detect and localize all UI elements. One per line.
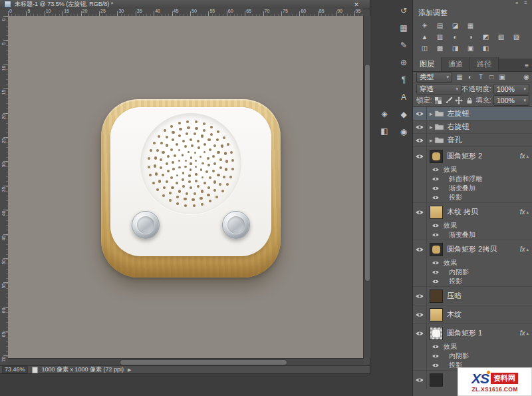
tab-layers[interactable]: 图层 xyxy=(413,57,442,71)
lock-position-icon[interactable] xyxy=(455,97,464,105)
expand-arrow-icon[interactable]: ▸ xyxy=(430,110,433,117)
panel-menu-icon[interactable]: ≡ xyxy=(524,1,527,6)
fx-collapse-icon[interactable]: ▴ xyxy=(526,210,529,215)
document-titlebar[interactable]: 未标题-1 @ 73.5% (左旋钮, RGB/8) * ✕ xyxy=(0,0,370,9)
visibility-eye-icon[interactable] xyxy=(413,371,427,389)
layer-row[interactable]: ▸音孔 xyxy=(413,133,532,146)
visibility-eye-icon[interactable] xyxy=(431,184,440,192)
layer-thumbnail[interactable] xyxy=(430,150,443,163)
fx-badge[interactable]: fx xyxy=(520,329,525,337)
paragraph-panel-icon[interactable]: ¶ xyxy=(397,73,410,87)
layer-row[interactable]: 圆角矩形 1fx▴ xyxy=(413,323,532,342)
visibility-eye-icon[interactable] xyxy=(431,278,440,286)
layer-effect-row[interactable]: 效果 xyxy=(413,342,532,351)
visibility-eye-icon[interactable] xyxy=(413,120,427,133)
layer-thumbnail[interactable] xyxy=(430,308,443,321)
3d-panel-icon[interactable]: ◈ xyxy=(378,107,391,120)
fx-collapse-icon[interactable]: ▴ xyxy=(526,154,529,159)
layer-effect-row[interactable]: 渐变叠加 xyxy=(413,230,532,240)
clone-source-panel-icon[interactable]: ⊕ xyxy=(397,56,410,69)
photo-filter-icon[interactable]: ◩ xyxy=(479,32,493,42)
layer-thumbnail[interactable] xyxy=(430,327,443,340)
expand-arrow-icon[interactable]: ▸ xyxy=(430,137,433,144)
lock-all-icon[interactable] xyxy=(466,97,474,105)
layer-effect-row[interactable]: 效果 xyxy=(413,258,532,268)
color-lookup-icon[interactable]: ▨ xyxy=(509,32,523,42)
info-panel-icon[interactable]: ◉ xyxy=(397,125,410,138)
filter-toggle-icon[interactable]: ◉ xyxy=(523,74,529,81)
fx-badge[interactable]: fx xyxy=(520,152,525,160)
selective-color-icon[interactable]: ◧ xyxy=(479,43,493,53)
visibility-eye-icon[interactable] xyxy=(413,287,427,305)
visibility-eye-icon[interactable] xyxy=(413,324,427,342)
filter-type-icon[interactable]: T xyxy=(475,73,486,81)
filter-pixel-icon[interactable]: ▦ xyxy=(454,73,465,81)
visibility-eye-icon[interactable] xyxy=(413,240,427,258)
visibility-eye-icon[interactable] xyxy=(431,343,440,351)
styles-panel-icon[interactable]: ◆ xyxy=(397,108,410,121)
tab-paths[interactable]: 路径 xyxy=(470,57,499,71)
layer-effect-row[interactable]: 渐变叠加 xyxy=(413,184,532,193)
fx-collapse-icon[interactable]: ▴ xyxy=(526,331,529,336)
visibility-eye-icon[interactable] xyxy=(431,352,440,360)
expand-arrow-icon[interactable]: ▸ xyxy=(430,124,433,130)
lock-image-icon[interactable] xyxy=(444,97,453,105)
canvas[interactable] xyxy=(8,16,363,358)
horizontal-scrollbar-thumb[interactable] xyxy=(120,359,287,365)
layer-effect-row[interactable]: 投影 xyxy=(413,277,532,286)
tab-channels[interactable]: 通道 xyxy=(442,57,470,71)
black-white-icon[interactable]: ◑ xyxy=(464,32,477,42)
visibility-eye-icon[interactable] xyxy=(431,166,440,174)
layer-thumbnail[interactable] xyxy=(430,206,443,219)
layer-row[interactable]: 木纹 xyxy=(413,305,532,323)
channel-mixer-icon[interactable]: ▧ xyxy=(494,32,508,42)
fx-badge[interactable]: fx xyxy=(520,246,525,253)
layer-row[interactable]: 圆角矩形 2拷贝fx▴ xyxy=(413,240,532,258)
visibility-eye-icon[interactable] xyxy=(413,107,427,120)
layer-thumbnail[interactable] xyxy=(430,373,443,387)
zoom-level-field[interactable]: 73.46% xyxy=(2,366,28,373)
visibility-eye-icon[interactable] xyxy=(413,305,427,323)
collapse-panels-icon[interactable]: « xyxy=(515,1,518,6)
color-balance-icon[interactable]: ◐ xyxy=(448,32,462,42)
status-menu-arrow-icon[interactable]: ▶ xyxy=(128,367,131,373)
visibility-eye-icon[interactable] xyxy=(431,175,440,183)
layer-row[interactable]: ▸左旋钮 xyxy=(413,106,532,120)
fx-collapse-icon[interactable]: ▴ xyxy=(526,247,529,252)
posterize-icon[interactable]: ▩ xyxy=(433,43,447,53)
filter-adjustment-icon[interactable]: ◐ xyxy=(465,73,475,81)
visibility-eye-icon[interactable] xyxy=(431,268,440,276)
filter-kind-dropdown[interactable]: 类型 ▾ xyxy=(416,72,452,83)
visibility-eye-icon[interactable] xyxy=(413,147,427,165)
close-icon[interactable]: ✕ xyxy=(352,1,360,8)
history-panel-icon[interactable]: ↺ xyxy=(397,4,410,17)
levels-icon[interactable]: ▤ xyxy=(433,21,447,31)
visibility-eye-icon[interactable] xyxy=(431,222,440,230)
invert-icon[interactable]: ◫ xyxy=(418,43,432,53)
filter-shape-icon[interactable]: □ xyxy=(486,73,497,81)
opacity-dropdown[interactable]: 100% ▾ xyxy=(493,84,529,95)
layer-row[interactable]: ▸右旋钮 xyxy=(413,120,532,133)
character-panel-icon[interactable]: A xyxy=(397,91,410,104)
layer-effect-row[interactable]: 内阴影 xyxy=(413,351,532,361)
visibility-eye-icon[interactable] xyxy=(431,259,440,267)
blend-mode-dropdown[interactable]: 穿透 ▾ xyxy=(416,84,462,95)
visibility-eye-icon[interactable] xyxy=(431,194,440,202)
brightness-contrast-icon[interactable]: ☀ xyxy=(418,21,432,31)
vertical-scrollbar-thumb[interactable] xyxy=(364,64,370,282)
visibility-eye-icon[interactable] xyxy=(413,203,427,221)
vibrance-icon[interactable]: ▲ xyxy=(418,32,432,42)
fill-dropdown[interactable]: 100% ▾ xyxy=(493,95,529,106)
exposure-icon[interactable]: ▦ xyxy=(464,21,477,31)
filter-smart-object-icon[interactable]: ▣ xyxy=(497,73,507,81)
layer-row[interactable]: 压暗 xyxy=(413,286,532,305)
vertical-scrollbar[interactable] xyxy=(363,16,370,358)
layer-effect-row[interactable]: 效果 xyxy=(413,165,532,174)
properties-panel-icon[interactable]: ◧ xyxy=(378,124,391,138)
visibility-eye-icon[interactable] xyxy=(431,361,440,369)
hue-saturation-icon[interactable]: ▥ xyxy=(433,32,447,42)
layer-effect-row[interactable]: 效果 xyxy=(413,221,532,230)
gradient-map-icon[interactable]: ▣ xyxy=(464,43,477,53)
threshold-icon[interactable]: ◨ xyxy=(448,43,462,53)
layer-effect-row[interactable]: 内阴影 xyxy=(413,268,532,277)
